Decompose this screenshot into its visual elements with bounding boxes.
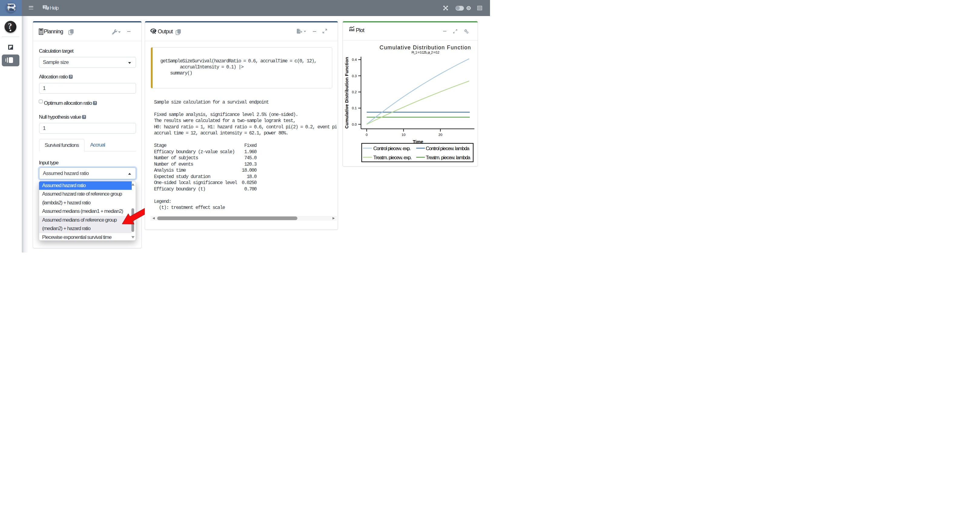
svg-text:Treatm. piecew. exp.: Treatm. piecew. exp. bbox=[374, 155, 412, 160]
svg-text:0.4: 0.4 bbox=[352, 58, 357, 62]
svg-text:Control piecew. lambda: Control piecew. lambda bbox=[426, 146, 470, 151]
svg-text:Cumulative Distribution Functi: Cumulative Distribution Function bbox=[344, 57, 349, 129]
svg-text:10: 10 bbox=[402, 133, 406, 137]
svg-text:Treatm. piecew. lambda: Treatm. piecew. lambda bbox=[426, 155, 471, 160]
svg-text:?: ? bbox=[44, 5, 46, 8]
svg-text:0.0: 0.0 bbox=[352, 122, 357, 126]
svg-text:Cumulative Distribution Functi: Cumulative Distribution Function bbox=[379, 44, 471, 51]
svg-text:0.2: 0.2 bbox=[352, 90, 357, 94]
svg-text:20: 20 bbox=[439, 133, 442, 137]
svg-text:0.1: 0.1 bbox=[352, 106, 357, 110]
svg-text:0: 0 bbox=[366, 133, 368, 137]
svg-text:Pi_1 = 0.125, pi_2 = 0.2: Pi_1 = 0.125, pi_2 = 0.2 bbox=[412, 51, 439, 54]
svg-text:Control piecew. exp.: Control piecew. exp. bbox=[374, 146, 410, 151]
svg-text:0.3: 0.3 bbox=[352, 74, 357, 78]
